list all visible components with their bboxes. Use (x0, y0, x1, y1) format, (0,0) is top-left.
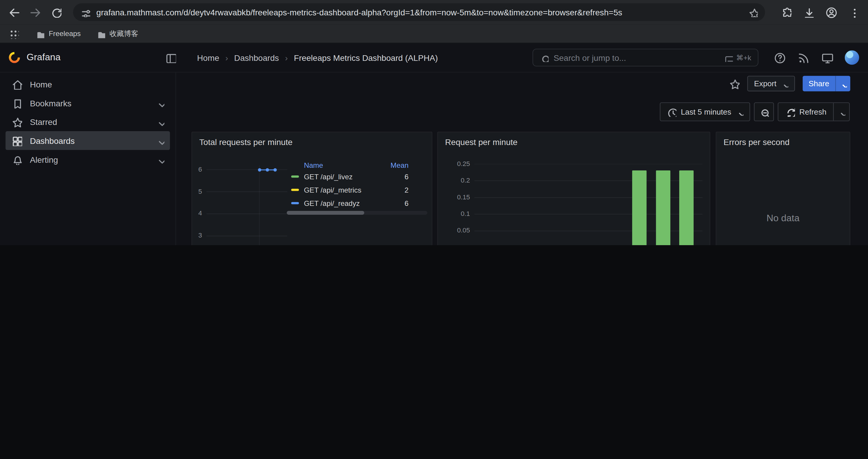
browser-actions (780, 6, 860, 18)
bell-icon (11, 154, 22, 165)
search-input[interactable] (554, 53, 719, 62)
panel-title[interactable]: Errors per second (723, 137, 789, 147)
refresh-button[interactable]: Refresh (778, 103, 833, 121)
tv-mode-button[interactable] (821, 52, 833, 64)
panel-title[interactable]: Request per minute (445, 137, 517, 147)
time-range-label: Last 5 minutes (681, 107, 731, 116)
dashboard-main: Export Share Last 5 minutes Refresh (176, 72, 868, 245)
sidebar-item-home[interactable]: Home (6, 75, 170, 94)
gridline-vertical (259, 165, 260, 245)
url-input[interactable] (96, 7, 742, 17)
dots-vertical-icon (848, 6, 859, 18)
legend: Name Mean GET /api/_livez 6 GET /api/_me… (287, 160, 428, 210)
chevron-down-icon[interactable] (156, 117, 164, 126)
legend-series[interactable]: GET /api/_readyz (287, 199, 380, 207)
chevron-down-icon (839, 80, 847, 88)
bookmark-star-icon[interactable] (748, 7, 758, 17)
scrollbar-thumb[interactable] (287, 211, 364, 215)
y-tick: 3 (192, 231, 202, 239)
y-tick: 0.15 (443, 193, 470, 201)
y-tick: 0.25 (443, 160, 470, 167)
chevron-down-icon[interactable] (156, 136, 164, 145)
panel-total-requests: Total requests per minute 6 5 4 3 2 17:4… (191, 132, 432, 245)
series-color-blue (291, 202, 299, 204)
panel-title[interactable]: Total requests per minute (199, 137, 293, 147)
back-icon (8, 6, 20, 18)
time-controls: Last 5 minutes Refresh (660, 102, 850, 121)
legend-row: GET /api/_metrics 2 (287, 183, 409, 196)
folder-icon (96, 29, 105, 38)
browser-menu-button[interactable] (848, 6, 859, 18)
share-button[interactable]: Share (802, 76, 850, 91)
breadcrumb-home[interactable]: Home (197, 53, 219, 62)
brand-title: Grafana (27, 52, 61, 63)
sidebar-item-label: Bookmarks (30, 98, 155, 108)
refresh-icon (785, 107, 795, 117)
sidebar-toggle-button[interactable] (165, 52, 176, 63)
y-tick: 0.2 (443, 177, 470, 184)
sidebar-item-alerting[interactable]: Alerting (6, 150, 170, 169)
chevron-down-icon (780, 80, 788, 88)
legend-value: 6 (380, 172, 408, 181)
apps-button[interactable] (9, 28, 19, 38)
forward-button[interactable] (29, 6, 41, 18)
y-tick: 5 (192, 188, 202, 195)
refresh-interval-caret[interactable] (833, 103, 849, 121)
rss-icon (797, 52, 809, 64)
news-button[interactable] (797, 52, 809, 64)
refresh-group: Refresh (778, 102, 850, 121)
share-menu-caret[interactable] (835, 76, 850, 91)
y-tick: 0 (443, 243, 470, 245)
bookmark-folder-freeleaps[interactable]: Freeleaps (35, 29, 81, 38)
legend-header-name[interactable]: Name (287, 161, 380, 169)
y-tick: 0.05 (443, 226, 470, 234)
reload-button[interactable] (50, 6, 62, 18)
sidebar: Home Bookmarks Starred Dashboards Alerti… (0, 72, 176, 245)
downloads-button[interactable] (803, 6, 814, 18)
monitor-icon (821, 52, 833, 64)
person-icon (825, 6, 837, 18)
sidebar-item-dashboards[interactable]: Dashboards (6, 131, 170, 150)
search-icon (540, 53, 549, 62)
breadcrumb: Home Dashboards Freeleaps Metrics Dashbo… (197, 53, 438, 62)
legend-series[interactable]: GET /api/_metrics (287, 186, 380, 194)
zoom-out-button[interactable] (754, 102, 774, 121)
search-box[interactable]: ⌘+k (532, 49, 758, 66)
header-left: Grafana (8, 51, 176, 64)
legend-series[interactable]: GET /api/_livez (287, 172, 380, 181)
chevron-down-icon (736, 108, 743, 116)
grafana-header: Grafana Home Dashboards Freeleaps Metric… (0, 43, 868, 72)
share-label[interactable]: Share (802, 76, 835, 91)
help-button[interactable] (773, 52, 785, 64)
sidebar-item-label: Home (30, 79, 164, 89)
breadcrumb-dashboards[interactable]: Dashboards (219, 53, 279, 62)
sidebar-item-bookmarks[interactable]: Bookmarks (6, 94, 170, 112)
legend-value: 2 (380, 186, 408, 194)
export-label: Export (754, 79, 776, 88)
chevron-down-icon (838, 108, 845, 116)
chevron-down-icon[interactable] (156, 155, 164, 164)
legend-header-mean[interactable]: Mean (380, 161, 408, 169)
sidebar-item-label: Dashboards (30, 136, 155, 145)
chevron-down-icon[interactable] (156, 99, 164, 107)
bookmark-icon (11, 97, 22, 108)
download-icon (803, 6, 814, 18)
address-bar[interactable] (73, 3, 765, 21)
legend-value: 6 (380, 199, 408, 207)
panel-request-per-minute: Request per minute 0.25 0.2 0.15 0.1 0.0… (437, 132, 710, 245)
bookmark-folder-blog[interactable]: 收藏博客 (96, 28, 138, 38)
export-button[interactable]: Export (747, 76, 795, 91)
time-range-picker[interactable]: Last 5 minutes (660, 102, 750, 121)
dashboard-actions: Export Share (728, 76, 850, 91)
favorite-star-button[interactable] (728, 78, 740, 89)
site-settings-icon[interactable] (80, 7, 90, 17)
profile-button[interactable] (825, 6, 837, 18)
no-data-message: No data (716, 213, 850, 224)
sidebar-item-starred[interactable]: Starred (6, 112, 170, 131)
sidebar-item-label: Alerting (30, 155, 155, 164)
legend-scrollbar[interactable] (287, 211, 428, 215)
grafana-logo[interactable] (8, 51, 21, 64)
back-button[interactable] (8, 6, 20, 18)
user-avatar[interactable] (845, 51, 859, 65)
extensions-button[interactable] (780, 6, 792, 18)
